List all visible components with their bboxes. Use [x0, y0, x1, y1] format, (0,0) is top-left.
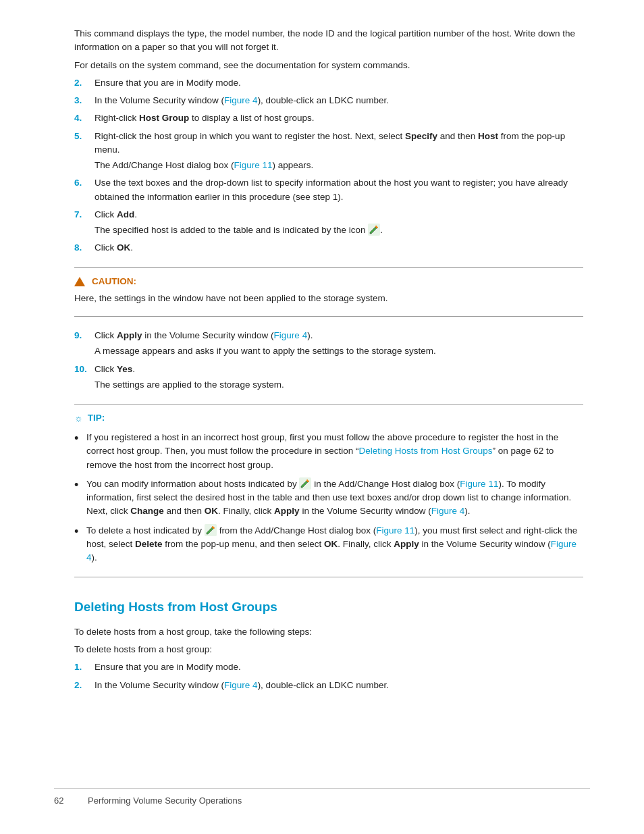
- step-3-link[interactable]: Figure 4: [224, 95, 258, 105]
- step-5-content: Right-click the host group in which you …: [95, 130, 583, 173]
- step-3: 3. In the Volume Security window (Figure…: [74, 94, 583, 107]
- intro-p2: For details on the system command, see t…: [74, 59, 583, 72]
- step-3-num: 3.: [74, 94, 95, 107]
- section-intro-2: To delete hosts from a host group:: [74, 643, 583, 656]
- caution-box: CAUTION: Here, the settings in the windo…: [74, 267, 583, 317]
- section-intro-1: To delete hosts from a host group, take …: [74, 625, 583, 639]
- tip-list: • If you registered a host in an incorre…: [74, 431, 583, 565]
- footer: 62 Performing Volume Security Operations: [54, 788, 590, 808]
- bullet-2-icon: •: [74, 477, 86, 493]
- bullet-1-icon: •: [74, 431, 86, 446]
- section-heading: Deleting Hosts from Host Groups: [74, 598, 583, 617]
- tip-item-1: • If you registered a host in an incorre…: [74, 431, 583, 472]
- step-2: 2. Ensure that you are in Modify mode.: [74, 76, 583, 90]
- tip-item-3: • To delete a host indicated by from the…: [74, 524, 583, 565]
- caution-text: Here, the settings in the window have no…: [74, 292, 583, 305]
- tip-item-2: • You can modify information about hosts…: [74, 477, 583, 519]
- tip-box: ☼ TIP: • If you registered a host in an …: [74, 404, 583, 577]
- caution-triangle-icon: [74, 277, 85, 286]
- tip-label: TIP:: [88, 411, 105, 425]
- section-step-2-content: In the Volume Security window (Figure 4)…: [95, 679, 583, 692]
- intro-p1: This command displays the type, the mode…: [74, 27, 583, 55]
- content-area: This command displays the type, the mode…: [74, 27, 583, 692]
- section-step-1-num: 1.: [74, 660, 95, 674]
- step-8-num: 8.: [74, 241, 95, 255]
- section-step-2-link[interactable]: Figure 4: [224, 680, 258, 690]
- caution-label: CAUTION:: [92, 275, 136, 288]
- section-step-1-content: Ensure that you are in Modify mode.: [95, 660, 583, 674]
- step-7-content: Click Add. The specified host is added t…: [95, 208, 583, 238]
- step-5-sub: The Add/Change Host dialog box (Figure 1…: [95, 159, 583, 172]
- edit-icon-step7: [368, 224, 380, 236]
- tip-item-3-text: To delete a host indicated by from the A…: [86, 524, 583, 565]
- tip-title: ☼ TIP:: [74, 411, 583, 425]
- section-steps-list: 1. Ensure that you are in Modify mode. 2…: [74, 660, 583, 692]
- step-8: 8. Click OK.: [74, 241, 583, 255]
- page: This command displays the type, the mode…: [0, 0, 644, 834]
- step-3-content: In the Volume Security window (Figure 4)…: [95, 94, 583, 107]
- step-8-content: Click OK.: [95, 241, 583, 255]
- tip-item-1-text: If you registered a host in an incorrect…: [86, 431, 583, 472]
- tip-link-deleting[interactable]: Deleting Hosts from Host Groups: [358, 446, 492, 456]
- step-7-num: 7.: [74, 208, 95, 221]
- step-10-num: 10.: [74, 363, 95, 376]
- step-2-content: Ensure that you are in Modify mode.: [95, 76, 583, 90]
- section-step-2: 2. In the Volume Security window (Figure…: [74, 679, 583, 692]
- more-steps-list: 9. Click Apply in the Volume Security wi…: [74, 329, 583, 392]
- tip-item-2-text: You can modify information about hosts i…: [86, 477, 583, 519]
- tip2-fig11-link[interactable]: Figure 11: [460, 479, 498, 489]
- footer-page-number: 62: [54, 794, 74, 808]
- step-5-link[interactable]: Figure 11: [234, 160, 272, 170]
- edit-icon-tip3: [205, 524, 217, 536]
- step-9-content: Click Apply in the Volume Security windo…: [95, 329, 583, 359]
- caution-title: CAUTION:: [74, 275, 583, 288]
- step-10-sub: The settings are applied to the storage …: [95, 378, 583, 392]
- step-6: 6. Use the text boxes and the drop-down …: [74, 176, 583, 204]
- step-9-sub: A message appears and asks if you want t…: [95, 344, 583, 358]
- step-9-link[interactable]: Figure 4: [274, 330, 308, 340]
- step-5: 5. Right-click the host group in which y…: [74, 130, 583, 173]
- main-steps-list: 2. Ensure that you are in Modify mode. 3…: [74, 76, 583, 255]
- sun-icon: ☼: [74, 411, 83, 425]
- edit-icon-tip2: [299, 477, 311, 490]
- step-2-num: 2.: [74, 76, 95, 90]
- step-5-num: 5.: [74, 130, 95, 143]
- step-7: 7. Click Add. The specified host is adde…: [74, 208, 583, 238]
- step-6-content: Use the text boxes and the drop-down lis…: [95, 176, 583, 204]
- step-4-num: 4.: [74, 111, 95, 125]
- section-step-1: 1. Ensure that you are in Modify mode.: [74, 660, 583, 674]
- bullet-3-icon: •: [74, 524, 86, 540]
- step-9: 9. Click Apply in the Volume Security wi…: [74, 329, 583, 359]
- step-4-content: Right-click Host Group to display a list…: [95, 111, 583, 125]
- tip2-fig4-link[interactable]: Figure 4: [431, 506, 465, 516]
- footer-section-title: Performing Volume Security Operations: [88, 794, 242, 808]
- step-6-num: 6.: [74, 176, 95, 190]
- step-10-content: Click Yes. The settings are applied to t…: [95, 363, 583, 392]
- step-9-num: 9.: [74, 329, 95, 342]
- section-step-2-num: 2.: [74, 679, 95, 692]
- step-7-sub: The specified host is added to the table…: [95, 224, 583, 237]
- tip3-fig11-link[interactable]: Figure 11: [376, 525, 414, 536]
- step-4: 4. Right-click Host Group to display a l…: [74, 111, 583, 125]
- step-10: 10. Click Yes. The settings are applied …: [74, 363, 583, 392]
